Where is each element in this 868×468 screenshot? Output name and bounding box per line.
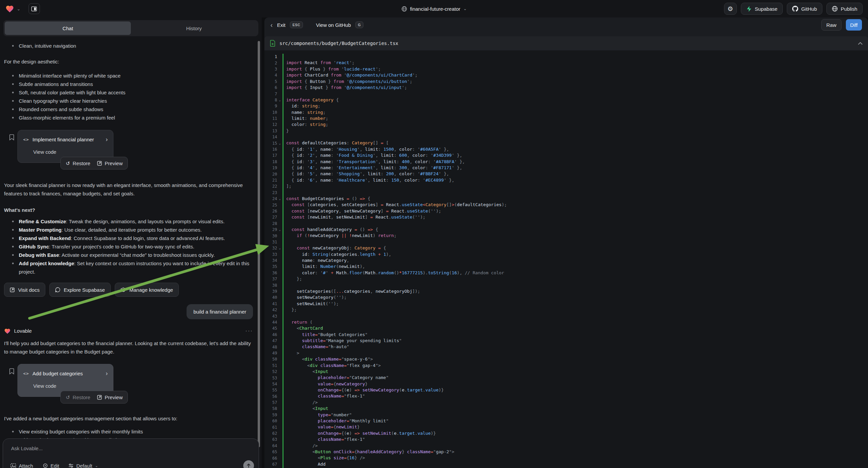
code-line: 2import React from 'react'; (265, 60, 868, 66)
code-line: 7 (265, 91, 868, 97)
code-line: 53 placeholder="Category name" (265, 375, 868, 381)
project-name: financial-future-creator (410, 6, 460, 12)
github-icon (792, 6, 798, 12)
lovable-heart-icon (4, 328, 11, 334)
mode-select[interactable]: Default ⌄ (68, 463, 98, 468)
tab-history[interactable]: History (131, 22, 257, 35)
chevron-left-icon: ‹ (271, 22, 273, 28)
view-code-link[interactable]: View code (33, 148, 108, 156)
fold-chevron-icon[interactable]: ⌄ (277, 98, 282, 102)
send-button[interactable] (243, 460, 254, 468)
code-line: 20 { id: '5', name: 'Shopping', limit: 2… (265, 171, 868, 177)
composer[interactable]: Ask Lovable... Attach Edit (3, 438, 259, 468)
explore-supabase-button[interactable]: Explore Supabase (49, 283, 111, 297)
code-line: 41 setNewLimit(''); (265, 301, 868, 307)
assistant-message-text: I've added a new budget categories manag… (4, 414, 253, 423)
restore-button[interactable]: ↺ Restore (66, 159, 90, 168)
code-line: 1 (265, 54, 868, 60)
project-switcher[interactable]: financial-future-creator ⌄ (401, 6, 467, 12)
github-button[interactable]: GitHub (787, 3, 823, 15)
visit-docs-button[interactable]: Visit docs (4, 283, 45, 297)
preview-button[interactable]: Preview (97, 159, 122, 168)
preview-button[interactable]: Preview (97, 393, 122, 402)
code-line: 5import { Button } from '@/components/ui… (265, 79, 868, 85)
code-line: 8⌄interface Category { (265, 97, 868, 103)
message-menu-button[interactable]: ··· (245, 327, 253, 335)
file-header[interactable]: src/components/budget/BudgetCategories.t… (265, 36, 868, 50)
code-line: 40 setNewCategory(''); (265, 294, 868, 300)
whats-next-heading: What's next? (4, 206, 253, 214)
diff-toggle-button[interactable]: Diff (846, 19, 862, 31)
code-line: 35 limit: Number(newLimit), (265, 264, 868, 270)
list-item: Add project knowledge: Set key context o… (4, 259, 253, 276)
bookmark-icon[interactable] (9, 134, 15, 141)
supabase-icon (746, 6, 752, 12)
code-line: 66 <Plus size={16} /> (265, 455, 868, 461)
external-link-icon (10, 287, 15, 292)
fold-chevron-icon[interactable]: ⌄ (277, 142, 282, 145)
code-line: 11 limit: number; (265, 116, 868, 121)
code-line: 30 if (!newCategory || !newLimit) return… (265, 233, 868, 239)
fold-chevron-icon[interactable]: ⌄ (277, 228, 282, 231)
code-view-header: ‹ Exit ESC View on GitHub G Raw Diff (265, 18, 868, 32)
code-line: 49 > (265, 350, 868, 356)
code-line: 34 name: newCategory, (265, 258, 868, 264)
chat-bubble-icon (55, 287, 60, 292)
added-bullet-list: View existing budget categories with the… (4, 428, 253, 438)
suggestion-chips: Visit docs Explore Supabase Manage knowl… (4, 283, 253, 297)
manage-knowledge-button[interactable]: Manage knowledge (115, 283, 179, 297)
user-message: build a financial planner (187, 304, 253, 319)
code-line: 36 color: '#' + Math.floor(Math.random()… (265, 270, 868, 276)
graduation-cap-icon (120, 287, 126, 292)
code-line: 39 setCategories([...categories, newCate… (265, 288, 868, 294)
code-line: 58 <Input (265, 406, 868, 412)
raw-toggle-button[interactable]: Raw (822, 19, 841, 31)
assistant-name: Lovable (14, 327, 32, 335)
exit-button[interactable]: Exit (277, 22, 285, 28)
list-item: Add new budget categories with custom li… (4, 436, 253, 438)
code-line: 31 (265, 239, 868, 245)
code-line: 56 className="flex-1" (265, 393, 868, 399)
version-card-title: Implement financial planner (33, 135, 102, 144)
view-code-link[interactable]: View code (33, 382, 108, 390)
list-item: Clean, intuitive navigation (4, 41, 253, 50)
restore-button[interactable]: ↺ Restore (66, 393, 90, 402)
code-line: 22]; (265, 183, 868, 189)
code-line: 19 { id: '4', name: 'Entertainment', lim… (265, 165, 868, 171)
fold-chevron-icon[interactable]: ⌄ (277, 246, 282, 250)
view-on-github-button[interactable]: View on GitHub (316, 22, 351, 28)
toggle-sidebar-button[interactable] (29, 3, 40, 14)
list-item: Expand with Backend: Connect Supabase to… (4, 234, 253, 242)
design-bullet-list: Minimalist interface with plenty of whit… (4, 71, 253, 122)
edit-button[interactable]: Edit (42, 463, 59, 468)
code-line: 6import { Input } from '@/components/ui/… (265, 85, 868, 91)
code-editor[interactable]: 12import React from 'react';3import { Pl… (265, 50, 868, 468)
code-line: 50 <div className="space-y-6"> (265, 356, 868, 362)
code-line: 51 <div className="flex gap-4"> (265, 362, 868, 369)
chat-scrollbar[interactable] (258, 41, 260, 447)
target-icon (42, 463, 48, 468)
settings-button[interactable]: ⚙ (724, 3, 737, 15)
list-item: Soft, neutral color palette with light b… (4, 88, 253, 97)
code-line: 4import ChartCard from '@/components/ui/… (265, 72, 868, 78)
logo-menu-chevron-icon[interactable]: ⌄ (17, 6, 21, 11)
g-key-badge: G (355, 22, 364, 28)
code-line: 23 (265, 190, 868, 196)
attach-button[interactable]: Attach (10, 463, 33, 468)
list-item: Debug with Ease: Activate our experiment… (4, 251, 253, 259)
code-line: 14 (265, 134, 868, 140)
lovable-logo-icon[interactable] (5, 5, 14, 13)
chevron-up-icon[interactable] (858, 42, 863, 45)
ask-lovable-input[interactable]: Ask Lovable... (11, 445, 251, 451)
bookmark-icon[interactable] (9, 368, 15, 375)
sidebar-layout-icon (31, 6, 37, 11)
assistant-message-text: I'll help you add budget categories to t… (4, 339, 253, 356)
list-item: View existing budget categories with the… (4, 428, 253, 436)
supabase-button[interactable]: Supabase (741, 3, 783, 15)
fold-chevron-icon[interactable]: ⌄ (277, 197, 282, 200)
tab-chat[interactable]: Chat (5, 22, 131, 35)
esc-key-badge: ESC (290, 22, 303, 28)
publish-button[interactable]: Publish (827, 3, 863, 15)
sliders-icon (68, 463, 73, 468)
file-path: src/components/budget/BudgetCategories.t… (279, 40, 398, 46)
